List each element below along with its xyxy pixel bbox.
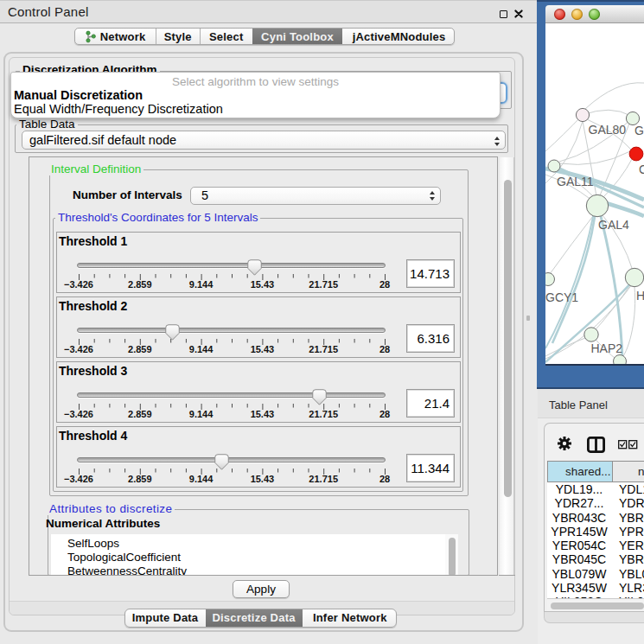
svg-text:GAL4: GAL4 xyxy=(598,218,629,232)
svg-text:C: C xyxy=(639,163,644,176)
svg-text:GAL80: GAL80 xyxy=(589,123,627,137)
svg-text:H: H xyxy=(636,289,644,303)
svg-text:G: G xyxy=(634,124,644,137)
svg-text:GAL11: GAL11 xyxy=(557,175,594,188)
svg-text:HAP2: HAP2 xyxy=(591,341,623,355)
svg-text:GCY1: GCY1 xyxy=(545,290,578,304)
